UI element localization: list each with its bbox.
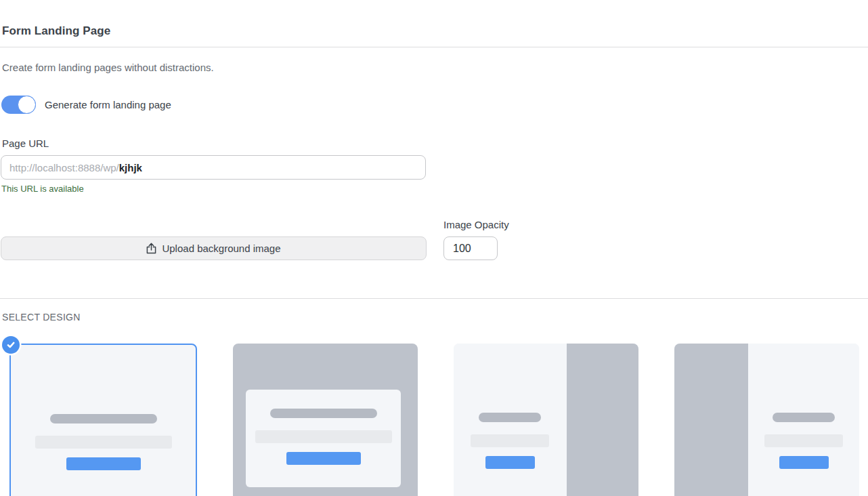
mock-form-column (748, 344, 859, 496)
url-status-message: This URL is available (1, 184, 868, 194)
mock-form-column (454, 344, 567, 496)
mock-image-column (674, 344, 748, 496)
mock-field-bar (35, 436, 172, 449)
page-url-prefix: http://localhost:8888/wp/ (9, 162, 119, 173)
upload-background-image-button[interactable]: Upload background image (1, 236, 427, 260)
design-option-2[interactable] (233, 344, 418, 496)
design-option-3[interactable] (454, 344, 638, 496)
image-opacity-field: Image Opacity (443, 219, 509, 260)
page-url-input[interactable]: http://localhost:8888/wp/kjhjk (1, 155, 426, 180)
background-image-row: Upload background image Image Opacity (1, 219, 868, 260)
design-option-1[interactable] (9, 344, 197, 496)
mock-form-bars (246, 409, 401, 465)
selected-check-icon (2, 336, 20, 354)
mock-submit-button-bar (485, 456, 535, 469)
upload-button-label: Upload background image (162, 243, 280, 254)
form-landing-page-settings: Form Landing Page Create form landing pa… (0, 24, 868, 496)
page-title: Form Landing Page (0, 24, 868, 47)
page-url-label: Page URL (2, 138, 868, 149)
mock-field-bar (255, 430, 392, 443)
mock-submit-button-bar (286, 452, 361, 465)
mock-title-bar (773, 413, 835, 422)
mock-form-bars (11, 414, 196, 470)
mock-image-column (567, 344, 638, 496)
mock-form-bars (454, 413, 567, 469)
design-option-4[interactable] (674, 344, 859, 496)
section-divider (0, 298, 868, 299)
generate-toggle-label: Generate form landing page (45, 99, 171, 110)
image-opacity-input[interactable] (443, 236, 498, 260)
mock-form-panel (246, 390, 401, 487)
mock-field-bar (471, 434, 549, 447)
page-subtitle: Create form landing pages without distra… (2, 62, 868, 73)
upload-icon (146, 243, 156, 254)
page-url-value: kjhjk (119, 162, 142, 173)
generate-landing-page-toggle[interactable] (1, 96, 36, 114)
mock-submit-button-bar (66, 457, 141, 470)
mock-field-bar (764, 434, 843, 447)
generate-toggle-row: Generate form landing page (1, 96, 868, 114)
mock-form-bars (748, 413, 859, 469)
design-options (9, 344, 868, 496)
mock-title-bar (479, 413, 541, 422)
mock-title-bar (270, 409, 377, 418)
mock-submit-button-bar (779, 456, 829, 469)
select-design-label: SELECT DESIGN (2, 312, 868, 323)
mock-title-bar (50, 414, 157, 423)
image-opacity-label: Image Opacity (443, 219, 509, 230)
toggle-knob (18, 96, 36, 114)
